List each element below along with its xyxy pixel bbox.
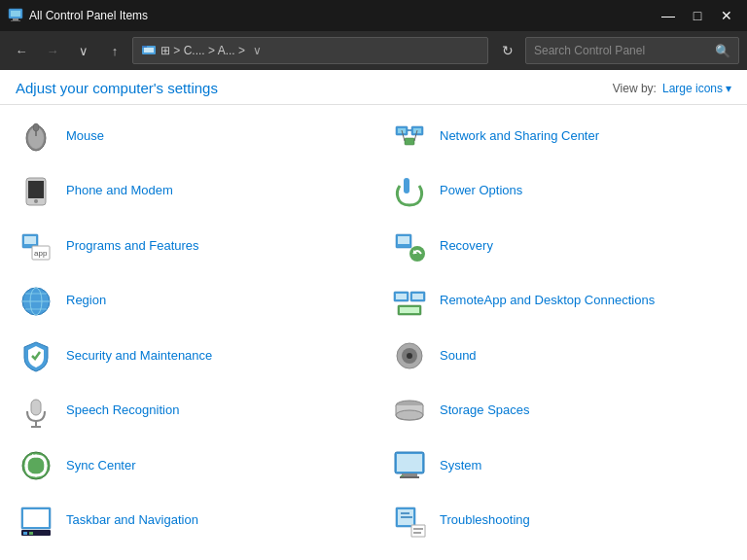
svg-rect-54 [401, 475, 404, 476]
troubleshoot-icon [389, 501, 430, 542]
sound-icon [389, 335, 430, 376]
svg-rect-6 [142, 46, 147, 48]
window-title: All Control Panel Items [29, 9, 656, 22]
mouse-label: Mouse [66, 128, 104, 145]
control-item-recovery[interactable]: Recovery [374, 219, 747, 274]
remoteapp-label: RemoteApp and Desktop Connections [440, 293, 655, 309]
svg-rect-58 [23, 532, 27, 535]
control-item-system[interactable]: System [374, 438, 747, 494]
search-input[interactable] [534, 44, 715, 57]
svg-rect-28 [398, 236, 409, 244]
control-item-network-sharing[interactable]: Network and Sharing Center [374, 109, 747, 164]
items-grid: MouseNetwork and Sharing CenterPhone and… [0, 105, 747, 552]
svg-point-21 [34, 199, 38, 203]
phone-modem-icon [16, 171, 56, 212]
search-button[interactable]: 🔍 [715, 44, 730, 58]
system-icon [389, 445, 430, 486]
control-item-sync[interactable]: Sync Center [0, 438, 374, 494]
sound-label: Sound [440, 348, 477, 365]
control-item-taskbar[interactable]: Taskbar and Navigation [0, 494, 374, 549]
power-options-icon [389, 171, 430, 212]
security-label: Security and Maintenance [66, 348, 212, 365]
control-item-storage[interactable]: Storage Spaces [374, 384, 747, 439]
svg-rect-3 [11, 20, 20, 21]
view-by-option[interactable]: Large icons ▾ [662, 82, 731, 95]
sync-label: Sync Center [66, 458, 136, 474]
svg-rect-36 [396, 294, 407, 299]
svg-point-48 [396, 410, 423, 420]
speech-icon [16, 391, 56, 432]
programs-features-label: Programs and Features [66, 238, 199, 255]
svg-text:app: app [34, 249, 48, 258]
control-item-mouse[interactable]: Mouse [0, 109, 374, 164]
forward-button[interactable]: → [39, 37, 66, 64]
close-button[interactable]: ✕ [714, 3, 739, 28]
programs-features-icon: app [16, 226, 56, 266]
search-bar[interactable]: 🔍 [525, 37, 739, 64]
svg-rect-59 [29, 532, 33, 535]
svg-rect-40 [400, 307, 419, 313]
svg-rect-24 [24, 236, 36, 244]
app-icon [8, 8, 23, 23]
speech-label: Speech Recognition [66, 402, 179, 419]
view-by-control: View by: Large icons ▾ [613, 82, 731, 95]
page-title: Adjust your computer's settings [16, 80, 218, 96]
svg-rect-1 [11, 11, 20, 17]
svg-rect-38 [412, 294, 423, 299]
power-options-label: Power Options [440, 183, 522, 199]
storage-icon [389, 391, 430, 432]
svg-rect-22 [404, 178, 409, 193]
network-sharing-label: Network and Sharing Center [440, 128, 599, 145]
up-button[interactable]: ↑ [101, 37, 128, 64]
svg-rect-51 [397, 454, 422, 472]
control-item-security[interactable]: Security and Maintenance [0, 329, 374, 384]
content-area: Adjust your computer's settings View by:… [0, 70, 747, 552]
svg-point-43 [407, 353, 412, 359]
recovery-icon [389, 226, 430, 266]
svg-rect-53 [400, 476, 419, 478]
back-button[interactable]: ← [8, 37, 35, 64]
control-item-region[interactable]: Region [0, 274, 374, 330]
storage-label: Storage Spaces [440, 402, 530, 419]
svg-rect-16 [405, 138, 414, 145]
control-item-troubleshoot[interactable]: Troubleshooting [374, 494, 747, 549]
svg-rect-52 [402, 473, 417, 476]
items-container: MouseNetwork and Sharing CenterPhone and… [0, 105, 747, 552]
system-label: System [440, 458, 481, 474]
taskbar-label: Taskbar and Navigation [66, 512, 198, 529]
sync-icon [16, 445, 56, 486]
phone-modem-label: Phone and Modem [66, 183, 173, 199]
taskbar-icon [16, 501, 56, 542]
content-header: Adjust your computer's settings View by:… [0, 70, 747, 105]
svg-rect-44 [31, 400, 41, 415]
svg-rect-56 [23, 509, 49, 527]
svg-rect-2 [13, 18, 18, 20]
troubleshoot-label: Troubleshooting [440, 512, 530, 529]
svg-rect-5 [144, 48, 154, 52]
address-path: ⊞ > C.... > A... > [160, 44, 245, 57]
view-by-label: View by: [613, 82, 657, 95]
minimize-button[interactable]: — [656, 3, 681, 28]
network-sharing-icon [389, 116, 430, 157]
control-item-power-options[interactable]: Power Options [374, 164, 747, 220]
region-icon [16, 281, 56, 322]
mouse-icon [16, 116, 56, 157]
window-controls: — □ ✕ [656, 3, 739, 28]
control-item-phone-modem[interactable]: Phone and Modem [0, 164, 374, 220]
control-item-speech[interactable]: Speech Recognition [0, 384, 374, 439]
svg-rect-20 [28, 181, 44, 198]
refresh-button[interactable]: ↻ [494, 37, 521, 64]
maximize-button[interactable]: □ [685, 3, 710, 28]
control-item-remoteapp[interactable]: RemoteApp and Desktop Connections [374, 274, 747, 330]
recent-button[interactable]: ∨ [70, 37, 97, 64]
svg-point-10 [33, 123, 39, 131]
security-icon [16, 335, 56, 376]
address-dropdown[interactable]: ∨ [253, 44, 262, 57]
address-icon [141, 42, 157, 60]
remoteapp-icon [389, 281, 430, 322]
address-bar[interactable]: ⊞ > C.... > A... > ∨ [132, 37, 488, 64]
title-bar: All Control Panel Items — □ ✕ [0, 0, 747, 31]
nav-bar: ← → ∨ ↑ ⊞ > C.... > A... > ∨ ↻ 🔍 [0, 31, 747, 70]
control-item-sound[interactable]: Sound [374, 329, 747, 384]
control-item-programs-features[interactable]: appPrograms and Features [0, 219, 374, 274]
